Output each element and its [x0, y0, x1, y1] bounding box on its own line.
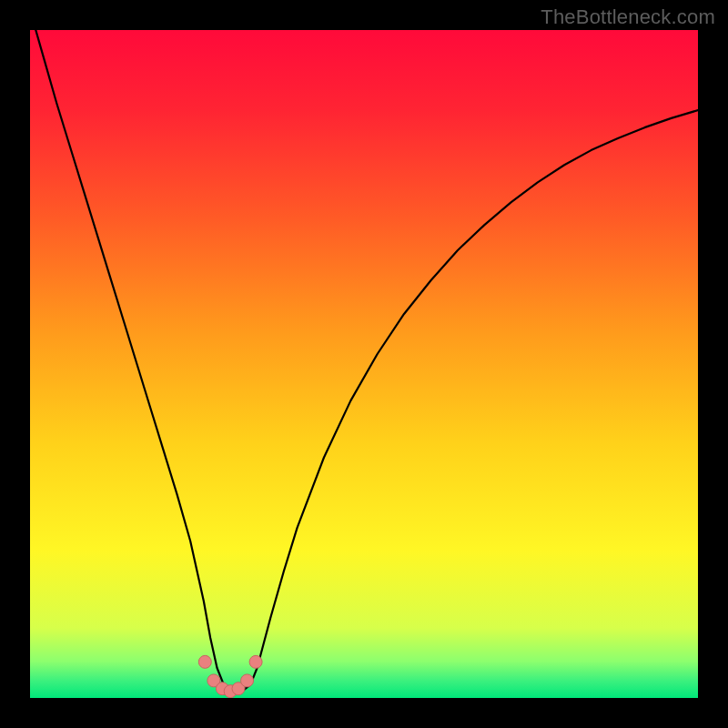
optimum-marker — [198, 655, 211, 668]
watermark-text: TheBottleneck.com — [541, 5, 715, 29]
optimum-marker — [241, 674, 254, 687]
chart-background — [30, 30, 698, 698]
optimum-marker — [249, 655, 262, 668]
chart-stage: TheBottleneck.com — [0, 0, 728, 728]
bottleneck-chart — [30, 30, 698, 698]
